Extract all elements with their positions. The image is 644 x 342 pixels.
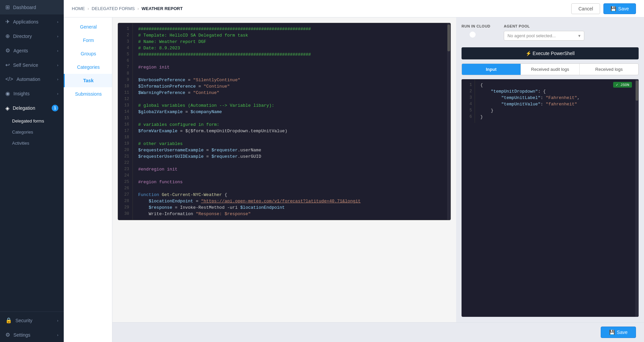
code-line [138,96,445,102]
breadcrumb-delegated-forms[interactable]: DELEGATED FORMS [92,6,135,11]
code-line: $globalVarExample = $companyName [138,109,445,115]
automation-icon: </> [5,76,13,82]
sidebar-item-self-service[interactable]: ↩ Self Service › [0,58,64,72]
code-editor[interactable]: 12345 678910 1112131415 1617181920 21222… [118,23,451,220]
sidebar-item-dashboard[interactable]: ⊞ Dashboard [0,0,64,14]
save-bottom-label: Save [617,330,628,335]
cancel-button[interactable]: Cancel [571,3,600,14]
code-line: $InformationPreference = "Continue" [138,83,445,90]
code-line [138,115,445,121]
left-nav-submissions[interactable]: Submissions [64,87,112,101]
bottom-bar: 💾 Save [112,322,644,342]
sidebar-item-label: Automation [16,77,40,82]
save-bottom-icon: 💾 [609,330,615,335]
left-nav-form[interactable]: Form [64,34,112,47]
save-label: Save [618,6,629,11]
scrollbar-thumb [447,25,450,51]
save-bottom-button[interactable]: 💾 Save [601,327,636,338]
sidebar-item-automation[interactable]: </> Automation › [0,72,64,86]
code-line: $formVarExample = $($form.tempUnitDropdo… [138,128,445,134]
sidebar-item-label: Applications [13,19,39,25]
code-line: # Template: HelloID SA Delegated form ta… [138,32,445,39]
left-nav-categories[interactable]: Categories [64,60,112,74]
code-line: # Name: Weather report DGF [138,39,445,45]
left-nav-task[interactable]: Task [64,74,112,87]
left-nav-groups[interactable]: Groups [64,47,112,60]
delegation-icon: ◈ [5,105,9,111]
json-badge: ✓ JSON [613,82,632,88]
code-line: # variables configured in form: [138,121,445,128]
applications-icon: ✈ [5,18,10,25]
code-line: ########################################… [138,51,445,58]
content-area: General Form Groups Categories Task Subm… [64,17,644,342]
dashboard-icon: ⊞ [5,4,10,10]
sidebar-item-label: Settings [13,332,31,338]
output-panel[interactable]: 123456 { "tempUnitDropdown": { "tempUnit… [462,79,639,317]
code-line: $requesterUserGUIDExample = $requester.u… [138,153,445,160]
breadcrumb-sep-1: › [88,6,89,11]
scrollbar[interactable] [447,23,450,220]
sub-item-label: Activities [12,141,29,146]
chevron-icon: › [57,49,58,53]
sidebar-item-label: Insights [13,91,30,96]
security-icon: 🔒 [5,317,12,324]
insights-icon: ◉ [5,90,10,97]
sidebar-sub-item-activities[interactable]: Activities [0,138,64,149]
chevron-icon: › [57,77,58,81]
tab-received-logs[interactable]: Received logs [580,64,638,75]
breadcrumb-current: WEATHER REPORT [142,6,183,11]
code-line [138,185,445,192]
code-line: # other variables [138,141,445,147]
tab-input[interactable]: Input [462,64,521,75]
editor-container: 12345 678910 1112131415 1617181920 21222… [112,17,456,322]
top-bar-actions: Cancel 💾 Save [571,3,636,14]
code-line [138,70,445,77]
sidebar-item-applications[interactable]: ✈ Applications › [0,14,64,29]
left-nav-general[interactable]: General [64,20,112,34]
dropdown-chevron-icon: ▾ [578,33,581,38]
code-line: Function Get-Current-NYC-Weather { [138,192,445,198]
sub-item-label: Categories [12,130,33,135]
sidebar-sub-item-categories[interactable]: Categories [0,127,64,138]
left-nav: General Form Groups Categories Task Subm… [64,17,112,342]
output-line: { [480,82,633,88]
chevron-icon: › [57,63,58,67]
sidebar-item-insights[interactable]: ◉ Insights › [0,86,64,101]
sidebar-item-label: Directory [13,34,32,39]
output-scrollbar-thumb [636,81,638,101]
agent-pool-section: AGENT POOL No agent pool selected... ▾ [504,24,584,41]
code-line: Write-Information "Response: $response" [138,211,445,217]
sidebar-item-label: Dashboard [13,5,36,10]
sidebar-divider [0,311,64,312]
output-tabs: Input Received audit logs Received logs [462,63,639,75]
code-line: #endregion init [138,166,445,173]
output-scrollbar[interactable] [635,79,639,317]
code-line [138,160,445,166]
sidebar-item-label: Self Service [13,62,38,68]
code-line [138,173,445,179]
tab-received-audit-logs[interactable]: Received audit logs [521,64,580,75]
breadcrumb-home[interactable]: HOME [72,6,85,11]
code-lines: ########################################… [133,23,450,220]
self-service-icon: ↩ [5,62,10,68]
sidebar-sub-item-delegated-forms[interactable]: Delegated forms [0,115,64,127]
code-line: $WarningPreference = "Continue" [138,90,445,96]
save-button[interactable]: 💾 Save [603,3,636,14]
save-icon: 💾 [610,6,616,11]
breadcrumb-sep-2: › [138,6,139,11]
sidebar-item-agents[interactable]: ⚙ Agents › [0,43,64,58]
sidebar-item-delegation[interactable]: ◈ Delegation 1 [0,101,64,115]
agent-pool-select[interactable]: No agent pool selected... ▾ [504,31,584,41]
sidebar-item-security[interactable]: 🔒 Security › [0,313,64,328]
agent-pool-placeholder: No agent pool selected... [507,33,556,38]
sidebar-item-settings[interactable]: ⚙ Settings › [0,328,64,342]
output-line: } [480,107,633,114]
execute-powershell-button[interactable]: ⚡ Execute PowerShell [462,47,639,59]
chevron-icon: › [57,20,58,24]
code-line: #region functions [138,179,445,185]
sidebar-item-directory[interactable]: ⊕ Directory › [0,29,64,43]
code-line: $requesterUsernameExample = $requester.u… [138,147,445,153]
agents-icon: ⚙ [5,47,10,54]
line-numbers: 12345 678910 1112131415 1617181920 21222… [118,23,133,220]
code-line: $response = Invoke-RestMethod -uri $loca… [138,204,445,211]
